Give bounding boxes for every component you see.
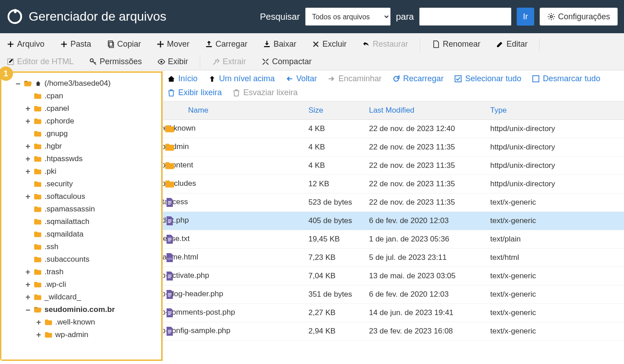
folder-icon [34,181,42,187]
search-label: Pesquisar [260,12,300,22]
tool-baixar[interactable]: Baixar [259,37,300,52]
folder-icon [165,161,175,171]
folder-icon [34,231,42,237]
tree-item--pki[interactable]: +.pki [4,165,159,178]
tree-item--sqmaildata[interactable]: .sqmaildata [4,228,159,241]
tool-carregar[interactable]: Carregar [201,37,251,52]
tool-copiar[interactable]: Copiar [103,37,145,52]
tree-item--cpanel[interactable]: +.cpanel [4,102,159,115]
tool-compactar[interactable]: Compactar [258,54,315,69]
file-icon [165,271,175,281]
up-icon [208,75,216,83]
svg-rect-13 [14,9,17,13]
go-button[interactable]: Ir [517,8,534,26]
tree-item--cpan[interactable]: .cpan [4,90,159,102]
tool-arquivo[interactable]: Arquivo [3,37,48,52]
x-icon [312,40,320,48]
folder-icon [44,332,53,338]
table-row[interactable]: .htaccess523 de bytes22 de nov. de 2023 … [163,193,624,212]
tree-item--softaculous[interactable]: +.softaculous [4,190,159,203]
right-icon [328,75,336,83]
table-row[interactable]: wp-admin4 KB22 de nov. de 2023 11:35http… [163,138,624,157]
tool-extrair: Extrair [208,54,250,69]
tree-root[interactable]: −(/home3/basede04) [4,77,159,90]
tool-exibir[interactable]: Exibir [154,54,192,69]
action-voltar[interactable]: Voltar [286,74,317,83]
folder-icon [165,142,175,152]
sidebar-highlight-box: 1 −(/home3/basede04).cpan+.cpanel+.cphor… [0,71,163,361]
col-size[interactable]: Size [302,101,363,120]
col-modified[interactable]: Last Modified [363,101,484,120]
action-recarregar[interactable]: Recarregar [392,74,444,83]
table-row[interactable]: wp-content4 KB22 de nov. de 2023 11:35ht… [163,157,624,175]
action-selecionar-tudo[interactable]: Selecionar tudo [454,74,521,83]
undo-icon [362,40,370,48]
table-row[interactable]: wp-includes12 KB22 de nov. de 2023 11:35… [163,175,624,193]
tree-item-wp-admin[interactable]: +wp-admin [4,329,159,341]
tree-item--ssh[interactable]: .ssh [4,241,159,253]
tree-item--sqmailattach[interactable]: .sqmailattach [4,215,159,228]
table-row[interactable]: wp-blog-header.php351 de bytes6 de fev. … [163,285,624,304]
table-row[interactable]: wp-config-sample.php2,94 KB23 de fev. de… [163,322,624,341]
tree-item-seudominio-com-br[interactable]: −seudominio.com.br [4,303,159,316]
file-icon [165,234,175,244]
folder-icon [165,179,175,189]
tree-item--wildcard-[interactable]: +_wildcard_ [4,291,159,303]
folder-icon [34,206,42,212]
folder-icon [34,294,42,300]
action-exibir-lixeira[interactable]: Exibir lixeira [167,88,222,97]
upload-icon [205,40,213,48]
folder-icon [34,118,42,124]
table-row[interactable]: wp-comments-post.php2,27 KB14 de jun. de… [163,304,624,322]
col-type[interactable]: Type [484,101,624,120]
check-icon [454,75,462,83]
settings-button[interactable]: Configurações [540,8,618,26]
trash-icon [167,89,176,97]
html-icon [165,253,175,263]
action-desmarcar-tudo[interactable]: Desmarcar tudo [532,74,600,83]
tool-pasta[interactable]: Pasta [56,37,95,52]
folder-icon [34,131,42,137]
file-icon [165,197,175,207]
tool-renomear[interactable]: Renomear [428,37,484,52]
tree-item--hgbr[interactable]: +.hgbr [4,140,159,153]
extract-icon [212,58,220,66]
folder-tree[interactable]: −(/home3/basede04).cpan+.cpanel+.cphorde… [1,73,161,360]
tool-restaurar: Restaurar [358,37,412,52]
tree-item--wp-cli[interactable]: +.wp-cli [4,278,159,291]
search-scope-select[interactable]: Todos os arquivos [305,8,391,26]
folder-icon [44,319,53,325]
table-row[interactable]: .well-known4 KB22 de nov. de 2023 12:40h… [163,120,624,138]
file-icon [165,216,175,226]
for-label: para [396,12,414,22]
eye-icon [157,58,165,66]
table-row[interactable]: index.php405 de bytes6 de fev. de 2020 1… [163,212,624,230]
tool-excluir[interactable]: Excluir [308,37,350,52]
col-name[interactable]: Name [163,101,302,120]
search-input[interactable] [419,8,511,26]
left-icon [286,75,294,83]
tree-item--gnupg[interactable]: .gnupg [4,127,159,140]
table-row[interactable]: readme.html7,23 KB5 de jul. de 2023 23:1… [163,249,624,267]
file-icon [432,40,440,48]
move-icon [156,40,164,48]
tool-editor-de-html: Editor de HTML [3,54,77,69]
table-row[interactable]: wp-activate.php7,04 KB13 de mai. de 2023… [163,267,624,285]
tree-item--well-known[interactable]: +.well-known [4,316,159,329]
tree-item--htpasswds[interactable]: +.htpasswds [4,153,159,165]
file-table: Name Size Last Modified Type .well-known… [163,101,624,341]
action-um-nível-acima[interactable]: Um nível acima [208,74,275,83]
tree-item--security[interactable]: .security [4,178,159,190]
file-table-scroll[interactable]: Name Size Last Modified Type .well-known… [163,101,624,361]
tree-item--subaccounts[interactable]: .subaccounts [4,253,159,266]
home-icon [35,80,42,87]
tree-item--spamassassin[interactable]: .spamassassin [4,203,159,215]
tool-mover[interactable]: Mover [153,37,193,52]
tree-item--cphorde[interactable]: +.cphorde [4,115,159,127]
tool-editar[interactable]: Editar [492,37,531,52]
table-row[interactable]: license.txt19,45 KB1 de jan. de 2023 05:… [163,230,624,249]
action-início[interactable]: Início [167,74,198,83]
tool-permissões[interactable]: Permissões [85,54,145,69]
pencil-icon [496,40,504,48]
tree-item--trash[interactable]: +.trash [4,266,159,278]
